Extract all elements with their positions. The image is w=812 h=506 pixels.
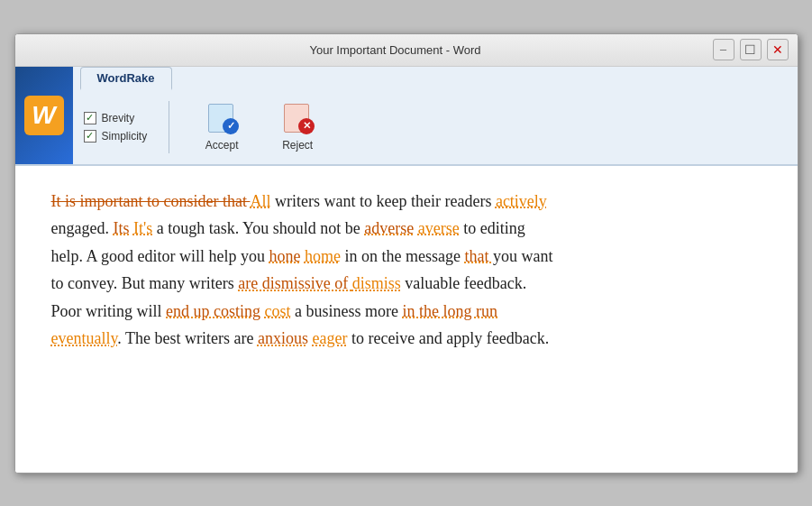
brevity-checkbox[interactable]: ✓ (84, 112, 96, 124)
word-logo: W (24, 96, 64, 135)
ribbon-logo: W (15, 67, 73, 164)
brevity-label: Brevity (102, 112, 135, 124)
deleted-phrase-3: end up costing (166, 302, 260, 320)
inserted-word-9: eager (312, 329, 347, 347)
document-paragraph: It is important to consider that All wri… (51, 188, 762, 354)
minimize-button[interactable]: – (713, 39, 734, 60)
accept-button[interactable]: ✓ Accept (191, 97, 252, 157)
deleted-word-6: anxious (258, 329, 308, 347)
title-controls: – ☐ ✕ (713, 39, 789, 60)
deleted-phrase-4: in the long run (403, 302, 498, 320)
inserted-word-5: home (305, 247, 341, 265)
inserted-word-4: averse (418, 219, 460, 237)
maximize-button[interactable]: ☐ (740, 39, 762, 60)
inserted-word-6: dismiss (352, 274, 401, 292)
ribbon-tab-area: WordRake ✓ Brevity ✓ Simplicity (73, 67, 798, 164)
accept-label: Accept (205, 139, 239, 152)
reject-icon: ✕ (279, 103, 315, 135)
inserted-word-8: eventually (51, 329, 118, 347)
reject-label: Reject (282, 139, 313, 152)
inserted-word-1: All (250, 192, 270, 210)
deleted-word-3: adverse (364, 219, 414, 237)
deleted-word-2: Its (113, 219, 129, 237)
brevity-checkbox-item[interactable]: ✓ Brevity (84, 112, 148, 124)
close-button[interactable]: ✕ (767, 39, 789, 60)
deleted-word-5: that (464, 247, 493, 265)
deleted-phrase-1: It is important to consider that (51, 192, 251, 210)
window-title: Your Important Document - Word (78, 43, 713, 57)
simplicity-checkbox[interactable]: ✓ (84, 130, 96, 143)
ribbon-content: ✓ Brevity ✓ Simplicity ✓ (73, 90, 798, 164)
reject-button[interactable]: ✕ Reject (267, 97, 328, 157)
deleted-word-4: hone (269, 247, 300, 265)
document-area: It is important to consider that All wri… (15, 166, 798, 473)
ribbon-divider (169, 101, 169, 153)
inserted-word-7: cost (265, 302, 291, 320)
inserted-word-2: actively (496, 192, 547, 210)
ribbon-tabs: WordRake (73, 67, 798, 90)
inserted-word-3: It's (133, 219, 152, 237)
ribbon-checkboxes: ✓ Brevity ✓ Simplicity (84, 112, 148, 143)
word-window: Your Important Document - Word – ☐ ✕ W W… (14, 33, 798, 474)
deleted-phrase-2: are dismissive of (238, 274, 351, 292)
title-bar: Your Important Document - Word – ☐ ✕ (15, 34, 798, 67)
document-wrapper: It is important to consider that All wri… (15, 166, 798, 473)
accept-icon: ✓ (204, 103, 240, 135)
simplicity-checkbox-item[interactable]: ✓ Simplicity (84, 130, 148, 143)
wordrake-tab[interactable]: WordRake (80, 67, 172, 90)
ribbon: W WordRake ✓ Brevity ✓ Simplicity (15, 67, 798, 166)
simplicity-label: Simplicity (102, 130, 148, 143)
